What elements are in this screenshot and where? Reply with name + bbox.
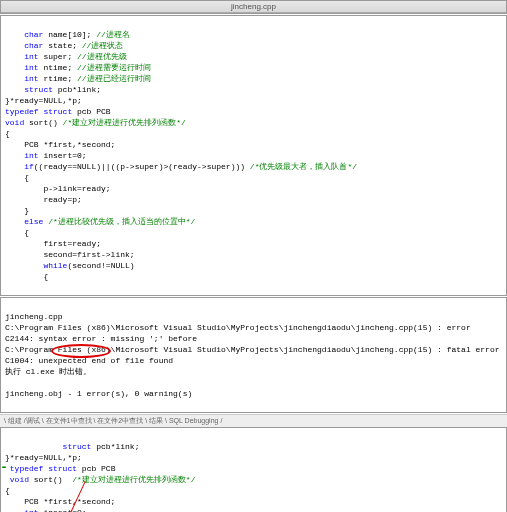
code-line: { — [5, 486, 10, 495]
code-panel-1[interactable]: char name[10]; //进程名 char state; //进程状态 … — [0, 15, 507, 296]
code-line: char state; //进程状态 — [5, 41, 123, 50]
code-line: struct pcb*link; — [5, 442, 139, 451]
output-line: jincheng.obj - 1 error(s), 0 warning(s) — [5, 389, 192, 398]
code-line: { — [5, 129, 10, 138]
code-line: typedef struct pcb PCB — [5, 464, 115, 473]
output-panel-1[interactable]: jincheng.cpp C:\Program Files (x86)\Micr… — [0, 297, 507, 413]
code-line: { — [5, 228, 29, 237]
code-line: }*ready=NULL,*p; — [5, 96, 82, 105]
code-line: int insert=0; — [5, 151, 87, 160]
code-line: int insert=0; — [5, 508, 87, 512]
debug-arrow-icon: ➨ — [2, 463, 7, 472]
build-output-1[interactable]: jincheng.cpp C:\Program Files (x86)\Micr… — [1, 298, 506, 412]
code-line: PCB *first,*second; — [5, 140, 115, 149]
code-line: int rtime; //进程已经运行时间 — [5, 74, 151, 83]
output-tabs[interactable]: \ 组建 /调试 \ 在文件1中查找 \ 在文件2中查找 \ 结果 \ SQL … — [0, 414, 507, 427]
output-line: C:\Program Files (x86)\Microsoft Visual … — [5, 323, 476, 343]
code-line: struct pcb*link; — [5, 85, 101, 94]
file-title: jincheng.cpp — [1, 1, 506, 13]
code-line: if((ready==NULL)||((p->super)>(ready->su… — [5, 162, 357, 171]
code-editor-2[interactable]: struct pcb*link; }*ready=NULL,*p; typede… — [1, 428, 506, 512]
code-line: void sort() /*建立对进程进行优先排列函数*/ — [5, 118, 186, 127]
code-panel-2[interactable]: struct pcb*link; }*ready=NULL,*p; typede… — [0, 427, 507, 512]
code-line: second=first->link; — [5, 250, 135, 259]
code-line: while(second!=NULL) — [5, 261, 135, 270]
code-line: typedef struct pcb PCB — [5, 107, 111, 116]
output-line: 执行 cl.exe 时出错。 — [5, 367, 91, 376]
code-line: { — [5, 272, 48, 281]
code-line: int super; //进程优先级 — [5, 52, 127, 61]
code-line: first=ready; — [5, 239, 101, 248]
output-line: C:\Program Files (x86)\Microsoft Visual … — [5, 345, 504, 365]
top-title-bar: jincheng.cpp — [0, 0, 507, 14]
code-line: ready=p; — [5, 195, 82, 204]
code-line: PCB *first,*second; — [5, 497, 115, 506]
code-line: void sort() /*建立对进程进行优先排列函数*/ — [5, 475, 195, 484]
code-line: char name[10]; //进程名 — [5, 30, 130, 39]
code-editor-1[interactable]: char name[10]; //进程名 char state; //进程状态 … — [1, 16, 506, 295]
output-line: jincheng.cpp — [5, 312, 63, 321]
code-line: p->link=ready; — [5, 184, 111, 193]
code-line: } — [5, 206, 29, 215]
code-line: else /*进程比较优先级，插入适当的位置中*/ — [5, 217, 195, 226]
code-line: int ntime; //进程需要运行时间 — [5, 63, 151, 72]
code-line: { — [5, 173, 29, 182]
code-line: }*ready=NULL,*p; — [5, 453, 82, 462]
